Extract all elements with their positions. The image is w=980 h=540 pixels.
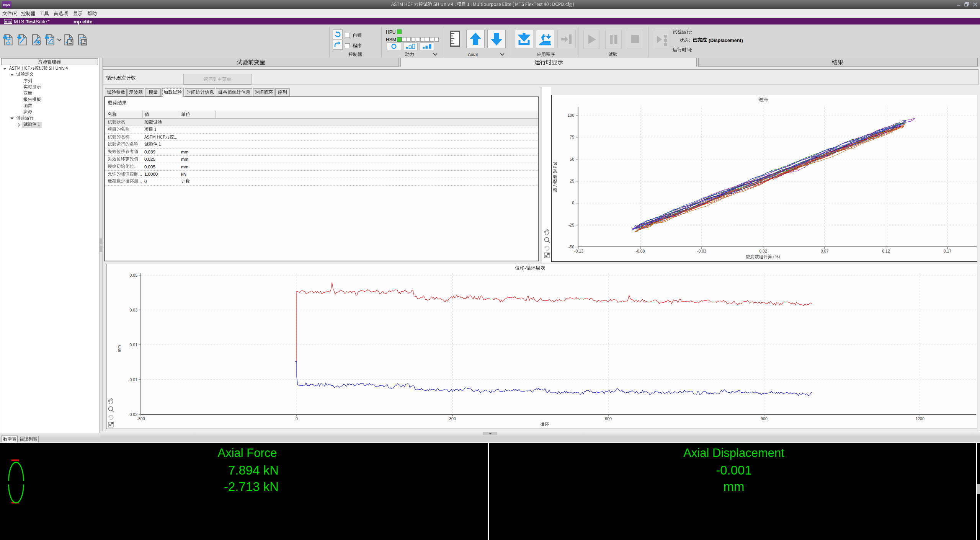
- svg-text:MTS: MTS: [5, 20, 11, 23]
